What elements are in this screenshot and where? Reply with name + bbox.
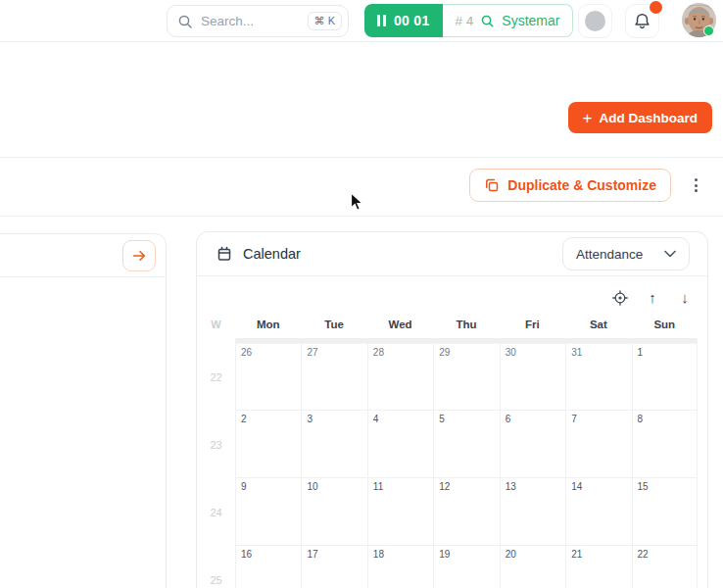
scroll-up-button[interactable]: ↑ [645, 289, 660, 307]
calendar-day-cell[interactable]: 30 [500, 343, 565, 411]
date-label: 30 [506, 347, 516, 358]
section-divider [0, 216, 723, 217]
date-label: 11 [373, 481, 383, 492]
timer-task-number: # 4 [456, 14, 474, 28]
side-widget-card [0, 233, 167, 588]
plus-icon: + [583, 110, 593, 126]
date-label: 6 [506, 414, 511, 424]
calendar-day-cell[interactable]: 3 [301, 411, 366, 478]
timer-pause-button[interactable]: 00 01 [364, 4, 443, 37]
calendar-day-cell[interactable]: 13 [500, 478, 565, 546]
calendar-day-cell[interactable]: 31 [565, 343, 631, 411]
calendar-day-cell[interactable]: 16 [235, 546, 301, 588]
calendar-day-cell[interactable]: 15 [632, 478, 698, 546]
calendar-week-row: 232345678 [197, 411, 698, 478]
side-widget-header [0, 234, 166, 277]
dow-fri: Fri [500, 318, 565, 330]
date-label: 5 [439, 414, 445, 424]
dow-mon: Mon [235, 318, 301, 330]
presence-status-icon [585, 11, 605, 31]
week-number: 24 [197, 478, 235, 546]
date-label: 29 [439, 347, 450, 358]
calendar-day-cell[interactable]: 12 [433, 478, 499, 546]
search-icon [177, 14, 193, 29]
date-label: 15 [638, 481, 649, 492]
today-locate-button[interactable] [612, 289, 628, 307]
kebab-icon [695, 178, 698, 181]
calendar-day-cell[interactable]: 18 [367, 546, 433, 588]
dow-tue: Tue [301, 318, 366, 330]
date-label: 7 [571, 414, 577, 424]
calendar-day-cell[interactable]: 7 [565, 411, 631, 478]
date-label: 10 [307, 481, 317, 492]
calendar-day-cell[interactable]: 28 [367, 343, 433, 411]
dow-sat: Sat [565, 318, 631, 330]
scroll-down-button[interactable]: ↓ [677, 289, 693, 307]
calendar-view-dropdown[interactable]: Attendance [562, 237, 690, 270]
search-shortcut-badge: ⌘ K [308, 12, 342, 30]
calendar-day-cell[interactable]: 26 [235, 343, 301, 411]
calendar-day-cell[interactable]: 20 [500, 546, 565, 588]
presence-button[interactable] [578, 4, 612, 38]
chevron-down-icon [664, 250, 676, 258]
calendar-day-cell[interactable]: 17 [301, 546, 366, 588]
time-tracker-widget: 00 01 # 4 Systemar [364, 4, 573, 37]
date-label: 16 [241, 549, 252, 560]
dow-sun: Sun [632, 318, 698, 330]
calendar-day-cell[interactable]: 4 [367, 411, 433, 478]
date-label: 9 [241, 481, 247, 492]
calendar-day-cell[interactable]: 2 [235, 411, 301, 478]
calendar-day-cell[interactable]: 8 [632, 411, 698, 478]
more-options-button[interactable] [687, 174, 704, 196]
date-label: 31 [571, 347, 582, 358]
bell-icon [633, 12, 651, 30]
date-label: 28 [373, 347, 384, 358]
calendar-day-cell[interactable]: 11 [367, 478, 433, 546]
date-label: 13 [506, 481, 516, 492]
calendar-day-cell[interactable]: 5 [433, 411, 499, 478]
calendar-day-cell[interactable]: 22 [632, 546, 698, 588]
expand-panel-button[interactable] [122, 240, 156, 271]
notifications-button[interactable] [625, 4, 659, 38]
date-label: 17 [307, 549, 317, 560]
calendar-day-cell[interactable]: 14 [565, 478, 631, 546]
calendar-title: Calendar [243, 246, 301, 262]
date-label: 1 [638, 347, 644, 358]
notification-badge-dot [650, 1, 662, 14]
calendar-day-cell[interactable]: 9 [235, 478, 301, 546]
calendar-day-cell[interactable]: 21 [565, 546, 631, 588]
calendar-day-cell[interactable]: 1 [632, 343, 698, 411]
calendar-day-cell[interactable]: 6 [500, 411, 565, 478]
date-label: 18 [373, 549, 384, 560]
copy-icon [484, 177, 500, 193]
dashboard-page: Search... ⌘ K 00 01 # 4 Systemar [0, 0, 723, 588]
search-input[interactable]: Search... ⌘ K [167, 5, 349, 37]
topbar: Search... ⌘ K 00 01 # 4 Systemar [0, 0, 723, 42]
date-label: 26 [241, 347, 252, 358]
add-dashboard-button[interactable]: + Add Dashboard [568, 102, 712, 133]
timer-task-selector[interactable]: # 4 Systemar [443, 4, 574, 37]
calendar-day-cell[interactable]: 19 [433, 546, 499, 588]
section-divider [0, 157, 723, 158]
add-dashboard-label: Add Dashboard [599, 111, 698, 125]
task-search-icon [480, 14, 495, 28]
calendar-day-cell[interactable]: 29 [433, 343, 499, 411]
date-label: 2 [241, 414, 247, 424]
day-of-week-header: W Mon Tue Wed Thu Fri Sat Sun [197, 313, 698, 336]
calendar-icon [217, 246, 232, 262]
date-label: 12 [439, 481, 450, 492]
date-label: 19 [439, 549, 450, 560]
duplicate-customize-button[interactable]: Duplicate & Customize [469, 169, 671, 202]
pause-icon [377, 15, 386, 26]
dow-wed: Wed [367, 318, 433, 330]
calendar-card: Calendar Attendance ↑ ↓ W Mon Tue Wed Th… [196, 231, 708, 588]
calendar-toolbar: ↑ ↓ [197, 276, 707, 313]
calendar-day-cell[interactable]: 10 [301, 478, 366, 546]
calendar-week-row: 2516171819202122 [197, 546, 698, 588]
date-label: 3 [307, 414, 313, 424]
locate-icon [612, 290, 628, 306]
calendar-day-cell[interactable]: 27 [301, 343, 366, 411]
date-label: 14 [571, 481, 582, 492]
date-label: 21 [571, 549, 582, 560]
timer-project-name: Systemar [502, 13, 559, 28]
